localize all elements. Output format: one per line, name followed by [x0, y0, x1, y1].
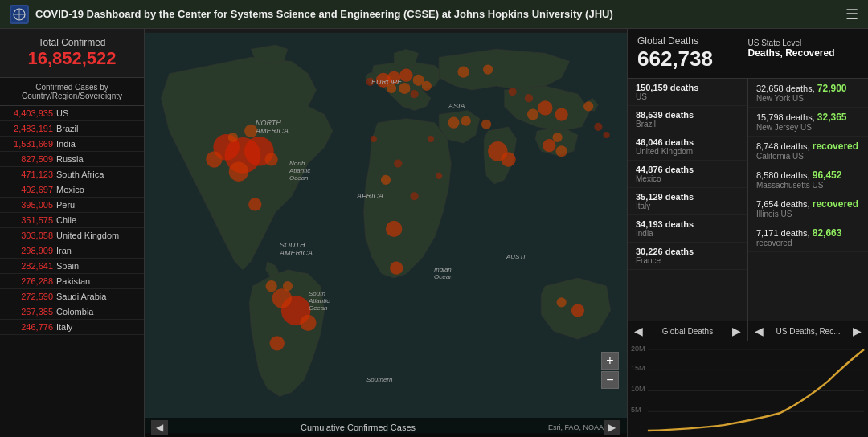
death-row: 88,539 deaths Brazil — [628, 106, 747, 133]
us-deaths-footer: ◀ US Deaths, Rec... ▶ — [748, 321, 868, 341]
country-number: 272,590 — [6, 292, 53, 301]
svg-point-31 — [501, 152, 515, 166]
death-number: 35,129 deaths — [636, 192, 739, 202]
us-state-title: US State Level — [748, 39, 853, 47]
chart-area: 20M 15M 10M 5M — [628, 341, 868, 437]
map-next-button[interactable]: ▶ — [604, 420, 620, 435]
svg-point-56 — [604, 132, 610, 138]
death-row: 30,226 deaths France — [628, 243, 747, 270]
us-location: California US — [756, 152, 860, 161]
svg-point-29 — [483, 65, 493, 75]
country-row[interactable]: 4,403,935 US — [0, 106, 144, 121]
death-country: France — [636, 256, 739, 265]
country-row[interactable]: 1,531,669 India — [0, 137, 144, 152]
us-location: Illinois US — [756, 210, 860, 218]
country-name: United Kingdom — [56, 231, 119, 240]
svg-point-32 — [448, 117, 459, 129]
app-header: COVID-19 Dashboard by the Center for Sys… — [0, 0, 868, 29]
country-number: 2,483,191 — [6, 124, 53, 133]
death-country: US — [636, 92, 739, 101]
death-row: 35,129 deaths Italy — [628, 188, 747, 215]
country-name: Peru — [56, 200, 75, 210]
death-row: 44,876 deaths Mexico — [628, 161, 747, 188]
svg-point-49 — [248, 198, 261, 210]
country-row[interactable]: 282,641 Spain — [0, 259, 144, 274]
country-number: 276,288 — [6, 276, 53, 286]
zoom-controls: + − — [601, 352, 619, 389]
world-map — [145, 29, 627, 437]
country-row[interactable]: 272,590 Saudi Arabia — [0, 289, 144, 304]
chart-label-15m: 15M — [631, 364, 645, 372]
svg-point-45 — [583, 101, 593, 111]
country-row[interactable]: 2,483,191 Brazil — [0, 121, 144, 137]
country-number: 351,575 — [6, 215, 53, 225]
svg-point-42 — [538, 100, 552, 115]
country-row[interactable]: 402,697 Mexico — [0, 182, 144, 198]
country-number: 303,058 — [6, 231, 53, 240]
us-location: New Jersey US — [756, 123, 860, 132]
map-prev-button[interactable]: ◀ — [151, 420, 168, 435]
svg-point-39 — [542, 139, 555, 152]
global-deaths-footer-label: Global Deaths — [662, 327, 713, 336]
us-deaths-next[interactable]: ▶ — [853, 325, 862, 337]
svg-point-18 — [283, 281, 293, 291]
header-title: COVID-19 Dashboard by the Center for Sys… — [35, 8, 613, 20]
global-deaths-left: Global Deaths 662,738 — [637, 35, 742, 71]
death-number: 46,046 deaths — [636, 137, 739, 147]
svg-point-11 — [244, 125, 257, 137]
svg-point-16 — [270, 336, 285, 350]
country-number: 1,531,669 — [6, 139, 53, 149]
total-confirmed-section: Total Confirmed 16,852,522 — [0, 29, 144, 78]
svg-point-40 — [556, 145, 567, 157]
death-country: United Kingdom — [636, 147, 739, 156]
svg-point-50 — [428, 136, 434, 142]
global-deaths-next[interactable]: ▶ — [732, 325, 741, 337]
country-row[interactable]: 827,509 Russia — [0, 152, 144, 167]
country-number: 402,697 — [6, 185, 53, 194]
svg-point-44 — [527, 108, 538, 120]
chart-label-5m: 5M — [631, 406, 641, 414]
chart-label-20m: 20M — [631, 345, 645, 353]
country-row[interactable]: 276,288 Pakistan — [0, 274, 144, 289]
death-number: 30,226 deaths — [636, 247, 739, 256]
country-row[interactable]: 303,058 United Kingdom — [0, 228, 144, 243]
us-death-row: 15,798 deaths, 32,365 New Jersey US — [748, 108, 868, 137]
menu-button[interactable]: ☰ — [845, 6, 858, 23]
country-row[interactable]: 351,575 Chile — [0, 213, 144, 228]
global-deaths-header: Global Deaths 662,738 US State Level Dea… — [628, 29, 868, 79]
us-death-row: 7,171 deaths, 82,663 recovered — [748, 223, 868, 252]
country-row[interactable]: 395,005 Peru — [0, 198, 144, 213]
map-footer-label: Cumulative Confirmed Cases — [168, 423, 548, 432]
us-death-number: 32,658 deaths, 72,900 — [756, 83, 860, 94]
svg-point-10 — [264, 153, 277, 165]
zoom-out-button[interactable]: − — [601, 371, 619, 389]
death-country: India — [636, 229, 739, 238]
country-row[interactable]: 298,909 Iran — [0, 243, 144, 259]
global-deaths-title: Global Deaths — [637, 35, 742, 47]
country-row[interactable]: 471,123 South Africa — [0, 167, 144, 182]
recovered-number: 96,452 — [813, 169, 842, 181]
global-deaths-prev[interactable]: ◀ — [634, 325, 643, 337]
svg-point-20 — [387, 71, 400, 84]
death-row: 34,193 deaths India — [628, 215, 747, 243]
country-row[interactable]: 246,776 Italy — [0, 320, 144, 335]
recovered-number: 32,365 — [817, 112, 847, 123]
svg-point-24 — [387, 84, 396, 93]
svg-point-34 — [386, 221, 402, 237]
svg-point-48 — [481, 120, 491, 129]
svg-point-23 — [399, 83, 410, 94]
svg-point-9 — [206, 151, 222, 167]
svg-point-33 — [461, 116, 471, 126]
global-deaths-list: 150,159 deaths US 88,539 deaths Brazil 4… — [628, 79, 748, 321]
svg-point-51 — [436, 173, 442, 179]
country-row[interactable]: 267,385 Colombia — [0, 304, 144, 320]
us-death-row: 8,748 deaths, recovered California US — [748, 137, 868, 165]
country-name: Chile — [56, 215, 76, 225]
country-name: Saudi Arabia — [56, 292, 106, 301]
svg-point-54 — [525, 94, 533, 102]
map-container: NORTHAMERICA EUROPE ASIA AFRICA SOUTHAME… — [145, 29, 627, 437]
zoom-in-button[interactable]: + — [601, 352, 619, 370]
deaths-list-area: 150,159 deaths US 88,539 deaths Brazil 4… — [628, 79, 868, 321]
us-deaths-prev[interactable]: ◀ — [755, 325, 764, 337]
svg-point-52 — [371, 136, 377, 142]
